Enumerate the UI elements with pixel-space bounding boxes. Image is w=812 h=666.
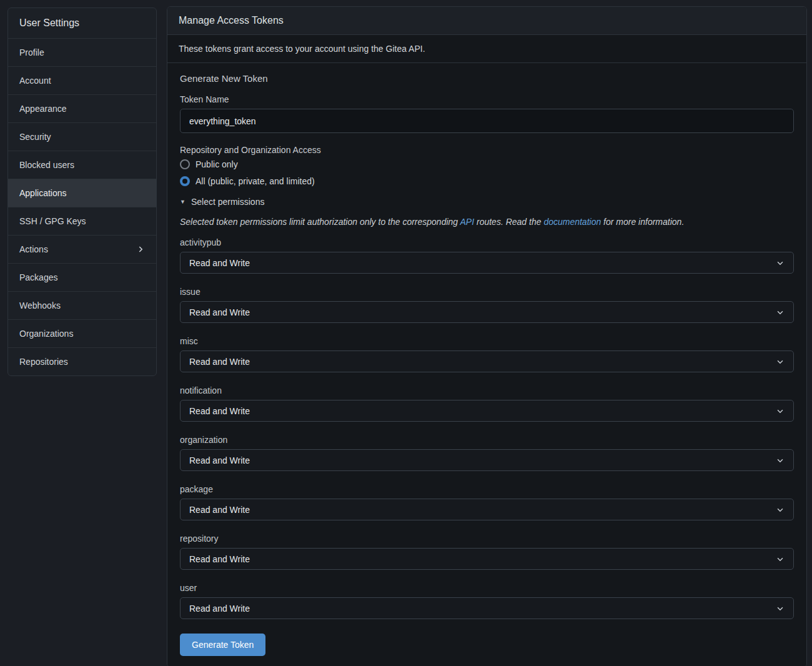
repo-org-access-label: Repository and Organization Access: [180, 145, 794, 155]
api-link[interactable]: API: [460, 217, 475, 227]
scope-select-organization[interactable]: Read and Write: [180, 449, 794, 471]
scope-group-package: package Read and Write: [180, 484, 794, 520]
selected-option: Read and Write: [189, 604, 250, 614]
sidebar-item-label: SSH / GPG Keys: [19, 216, 86, 226]
radio-public-only-label: Public only: [196, 159, 238, 169]
select-permissions-toggle[interactable]: ▼ Select permissions: [180, 197, 794, 207]
radio-all-access[interactable]: All (public, private, and limited): [180, 176, 794, 186]
sidebar-item-blocked-users[interactable]: Blocked users: [8, 151, 156, 179]
sidebar-item-label: Repositories: [19, 357, 68, 367]
scope-group-misc: misc Read and Write: [180, 336, 794, 372]
select-permissions-label: Select permissions: [191, 197, 265, 207]
generate-token-button[interactable]: Generate Token: [180, 634, 265, 656]
token-name-input[interactable]: [180, 109, 794, 133]
panel-description: These tokens grant access to your accoun…: [167, 35, 806, 63]
sidebar-item-label: Blocked users: [19, 160, 74, 170]
scope-select-package[interactable]: Read and Write: [180, 499, 794, 520]
settings-sidebar: User Settings Profile Account Appearance…: [7, 7, 157, 376]
chevron-down-icon: [776, 505, 785, 514]
scope-select-repository[interactable]: Read and Write: [180, 548, 794, 570]
radio-unselected-icon[interactable]: [180, 159, 190, 169]
sidebar-item-packages[interactable]: Packages: [8, 264, 156, 292]
sidebar-item-security[interactable]: Security: [8, 123, 156, 151]
selected-option: Read and Write: [189, 406, 250, 416]
sidebar-item-label: Account: [19, 76, 51, 86]
chevron-down-icon: [776, 456, 785, 465]
sidebar-item-organizations[interactable]: Organizations: [8, 320, 156, 348]
selected-option: Read and Write: [189, 554, 250, 564]
chevron-right-icon: [136, 245, 145, 254]
generate-token-form: Generate New Token Token Name Repository…: [167, 63, 806, 666]
sidebar-item-profile[interactable]: Profile: [8, 39, 156, 67]
sidebar-item-label: Profile: [19, 47, 44, 57]
scope-group-activitypub: activitypub Read and Write: [180, 237, 794, 274]
note-text: Selected token permissions limit authori…: [180, 217, 460, 227]
scope-select-notification[interactable]: Read and Write: [180, 400, 794, 422]
sidebar-item-actions[interactable]: Actions: [8, 236, 156, 264]
scope-group-notification: notification Read and Write: [180, 385, 794, 422]
scope-group-organization: organization Read and Write: [180, 435, 794, 471]
note-text: for more information.: [601, 217, 684, 227]
selected-option: Read and Write: [189, 357, 250, 367]
scope-select-issue[interactable]: Read and Write: [180, 301, 794, 323]
settings-page: User Settings Profile Account Appearance…: [0, 0, 812, 666]
scope-select-activitypub[interactable]: Read and Write: [180, 252, 794, 274]
sidebar-title: User Settings: [8, 8, 156, 39]
scope-label: user: [180, 583, 794, 593]
chevron-down-icon: [776, 555, 785, 564]
scope-label: repository: [180, 534, 794, 544]
manage-access-tokens-panel: Manage Access Tokens These tokens grant …: [167, 6, 807, 666]
selected-option: Read and Write: [189, 505, 250, 515]
permissions-note: Selected token permissions limit authori…: [180, 217, 794, 227]
scope-label: notification: [180, 385, 794, 395]
sidebar-item-account[interactable]: Account: [8, 67, 156, 95]
sidebar-item-label: Packages: [19, 272, 57, 282]
triangle-down-icon: ▼: [180, 199, 186, 205]
scope-select-misc[interactable]: Read and Write: [180, 350, 794, 372]
scope-label: misc: [180, 336, 794, 346]
radio-all-access-label: All (public, private, and limited): [196, 176, 315, 186]
documentation-link[interactable]: documentation: [543, 217, 601, 227]
panel-title: Manage Access Tokens: [167, 7, 806, 35]
scope-group-issue: issue Read and Write: [180, 287, 794, 323]
sidebar-item-applications[interactable]: Applications: [8, 179, 156, 207]
selected-option: Read and Write: [189, 307, 250, 317]
selected-option: Read and Write: [189, 258, 250, 268]
scope-label: package: [180, 484, 794, 494]
sidebar-item-label: Appearance: [19, 104, 67, 114]
radio-selected-icon[interactable]: [180, 176, 190, 186]
scope-label: activitypub: [180, 237, 794, 247]
selected-option: Read and Write: [189, 455, 250, 465]
radio-public-only[interactable]: Public only: [180, 159, 794, 169]
chevron-down-icon: [776, 357, 785, 366]
scope-label: issue: [180, 287, 794, 297]
sidebar-item-label: Organizations: [19, 329, 73, 339]
chevron-down-icon: [776, 407, 785, 415]
scope-group-user: user Read and Write: [180, 583, 794, 619]
sidebar-item-label: Actions: [19, 244, 48, 254]
sidebar-item-label: Security: [19, 132, 51, 142]
form-section-title: Generate New Token: [180, 73, 794, 84]
chevron-down-icon: [776, 308, 785, 317]
scope-label: organization: [180, 435, 794, 445]
chevron-down-icon: [776, 604, 785, 613]
sidebar-item-label: Applications: [19, 188, 67, 198]
sidebar-item-webhooks[interactable]: Webhooks: [8, 292, 156, 320]
sidebar-item-label: Webhooks: [19, 301, 61, 311]
note-text: routes. Read the: [474, 217, 543, 227]
chevron-down-icon: [776, 259, 785, 267]
scope-group-repository: repository Read and Write: [180, 534, 794, 570]
sidebar-item-repositories[interactable]: Repositories: [8, 348, 156, 375]
sidebar-item-ssh-gpg-keys[interactable]: SSH / GPG Keys: [8, 207, 156, 236]
token-name-label: Token Name: [180, 94, 794, 104]
scope-select-user[interactable]: Read and Write: [180, 597, 794, 619]
sidebar-item-appearance[interactable]: Appearance: [8, 95, 156, 123]
